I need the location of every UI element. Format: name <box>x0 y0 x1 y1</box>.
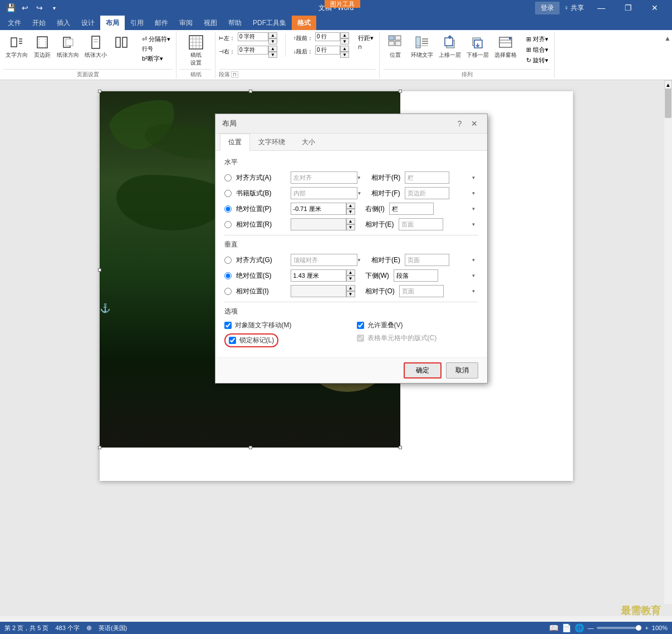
indent-right-input[interactable] <box>238 46 268 55</box>
rel-pos-v-spinbox[interactable]: ▲ ▼ <box>291 285 357 297</box>
share-button[interactable]: ♀ 共享 <box>564 3 584 13</box>
book-layout-select[interactable]: 内部 <box>291 187 357 199</box>
align-h-select[interactable]: 左对齐 <box>291 171 357 184</box>
abs-pos-v-side-select[interactable]: 段落 <box>394 269 438 282</box>
align-button[interactable]: ⊞ 对齐▾ <box>524 35 551 44</box>
cancel-button[interactable]: 取消 <box>446 362 478 379</box>
minimize-button[interactable]: — <box>588 0 614 16</box>
book-layout-radio[interactable] <box>224 190 232 197</box>
indent-left-up[interactable]: ▲ <box>268 32 277 38</box>
wrap-text-button[interactable]: 环绕文字 <box>409 32 435 60</box>
spacing-after-down[interactable]: ▼ <box>340 52 349 58</box>
indent-right-up[interactable]: ▲ <box>268 46 277 52</box>
align-h-radio[interactable] <box>224 174 232 181</box>
zoom-thumb[interactable] <box>636 625 641 631</box>
abs-pos-h-down[interactable]: ▼ <box>346 209 355 215</box>
indent-left-spinbox[interactable]: ▲ ▼ <box>238 32 277 45</box>
line-numbers-button[interactable]: 行号 <box>140 45 173 53</box>
tab-home[interactable]: 开始 <box>27 16 51 30</box>
handle-bc[interactable] <box>249 446 252 449</box>
rel-pos-h-relative-select[interactable]: 页面 <box>399 218 443 230</box>
abs-pos-h-side-select[interactable]: 栏 <box>389 203 434 215</box>
spacing-before-down[interactable]: ▼ <box>340 38 349 45</box>
tab-references[interactable]: 引用 <box>125 16 149 30</box>
align-v-select[interactable]: 顶端对齐 <box>291 254 357 266</box>
position-button[interactable]: 位置 <box>383 32 408 60</box>
rel-pos-h-input[interactable] <box>291 218 346 230</box>
handle-br[interactable] <box>399 446 402 449</box>
handle-ml[interactable] <box>98 268 101 272</box>
bring-forward-button[interactable]: 上移一层 <box>436 32 463 60</box>
text-direction-button[interactable]: 文字方向 <box>3 32 30 60</box>
table-cell-checkbox[interactable] <box>357 335 364 342</box>
spacing-after-input[interactable] <box>315 46 340 55</box>
group-button[interactable]: ⊞ 组合▾ <box>524 45 551 55</box>
handle-tr[interactable] <box>399 90 402 93</box>
undo-quick-btn[interactable]: ↩ <box>19 2 31 14</box>
paragraph-dialog-launcher[interactable]: ⊓ <box>231 71 238 78</box>
spacing-before-spinbox[interactable]: ▲ ▼ <box>315 32 349 45</box>
vertical-scrollbar[interactable] <box>664 80 672 604</box>
paper-size-button[interactable]: 纸张大小 <box>82 32 109 60</box>
columns-button[interactable] <box>110 32 133 52</box>
select-pane-button[interactable]: 选择窗格 <box>492 32 519 60</box>
spacing-before-up[interactable]: ▲ <box>340 32 349 38</box>
hyphenation-button[interactable]: b²断字▾ <box>140 54 173 63</box>
handle-tl[interactable] <box>98 90 101 93</box>
ribbon-collapse-btn[interactable]: ▲ <box>664 32 672 78</box>
scroll-up-button[interactable]: ▲ <box>664 80 672 89</box>
rotate-button[interactable]: ↻ 旋转▾ <box>524 56 551 65</box>
abs-pos-h-input[interactable] <box>291 203 346 215</box>
rel-pos-h-down[interactable]: ▼ <box>346 224 355 230</box>
indent-right-spinbox[interactable]: ▲ ▼ <box>238 46 277 58</box>
rel-pos-v-down[interactable]: ▼ <box>346 291 355 297</box>
draft-setup-button[interactable]: 稿纸设置 <box>185 32 207 68</box>
zoom-level[interactable]: 100% <box>652 625 668 631</box>
save-quick-btn[interactable]: 💾 <box>4 2 17 14</box>
tab-pdf[interactable]: PDF工具集 <box>247 16 292 30</box>
more-quick-btn[interactable]: ▾ <box>48 2 60 14</box>
line-break-button[interactable]: ⏎ 分隔符▾ <box>140 35 173 44</box>
align-v-radio[interactable] <box>224 257 232 264</box>
lock-anchor-checkbox[interactable] <box>229 337 236 344</box>
dialog-tab-position[interactable]: 位置 <box>220 134 250 151</box>
dialog-close-button[interactable]: ✕ <box>468 117 480 130</box>
handle-bl[interactable] <box>98 446 101 449</box>
tab-insert[interactable]: 插入 <box>51 16 76 30</box>
rel-pos-h-radio[interactable] <box>224 221 232 228</box>
dialog-help-button[interactable]: ? <box>454 117 466 130</box>
zoom-in-icon[interactable]: + <box>645 625 648 631</box>
indent-right-down[interactable]: ▼ <box>268 52 277 58</box>
orientation-button[interactable]: 纸张方向 <box>55 32 81 60</box>
redo-quick-btn[interactable]: ↪ <box>33 2 46 14</box>
abs-pos-v-radio[interactable] <box>224 272 232 279</box>
rel-pos-v-relative-select[interactable]: 页面 <box>399 285 444 297</box>
dialog-tab-size[interactable]: 大小 <box>293 134 323 151</box>
spacing-after-up[interactable]: ▲ <box>340 46 349 52</box>
indent-left-down[interactable]: ▼ <box>268 38 277 45</box>
align-h-relative-select[interactable]: 栏 <box>405 171 449 184</box>
read-mode-icon[interactable]: 📖 <box>549 623 558 632</box>
tab-design[interactable]: 设计 <box>76 16 100 30</box>
restore-button[interactable]: ❐ <box>615 0 641 16</box>
tab-mailings[interactable]: 邮件 <box>149 16 174 30</box>
tab-help[interactable]: 帮助 <box>223 16 247 30</box>
tab-format[interactable]: 格式 <box>292 16 316 30</box>
zoom-out-icon[interactable]: — <box>587 625 593 631</box>
indent-left-input[interactable] <box>238 32 268 41</box>
rel-pos-h-up[interactable]: ▲ <box>346 218 355 224</box>
tab-review[interactable]: 审阅 <box>174 16 198 30</box>
ok-button[interactable]: 确定 <box>404 362 442 379</box>
book-layout-relative-select[interactable]: 页边距 <box>405 187 449 199</box>
rel-pos-v-input[interactable] <box>291 285 346 297</box>
tab-view[interactable]: 视图 <box>198 16 223 30</box>
abs-pos-v-down[interactable]: ▼ <box>346 276 355 282</box>
close-button[interactable]: ✕ <box>642 0 668 16</box>
spacing-before-input[interactable] <box>315 32 340 41</box>
abs-pos-h-up[interactable]: ▲ <box>346 203 355 209</box>
abs-pos-v-up[interactable]: ▲ <box>346 269 355 276</box>
margins-button[interactable]: 页边距 <box>31 32 53 60</box>
abs-pos-h-radio[interactable] <box>224 205 232 213</box>
move-with-text-checkbox[interactable] <box>224 322 232 329</box>
handle-tc[interactable] <box>249 90 252 93</box>
